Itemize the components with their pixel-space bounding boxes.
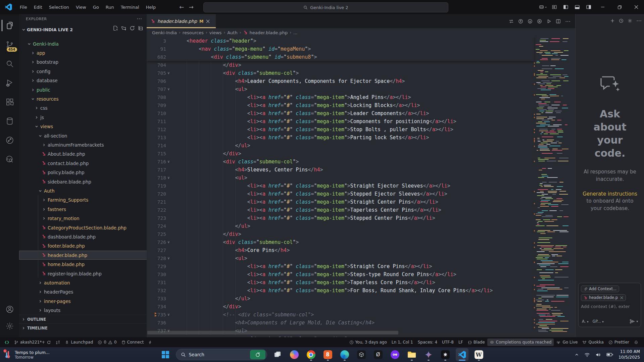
- outline-section[interactable]: OUTLINE: [19, 315, 147, 324]
- tree-folder-layouts[interactable]: layouts: [19, 306, 147, 315]
- horizontal-scrollbar[interactable]: [147, 331, 398, 334]
- code-line[interactable]: 722<li><a href="#" class="mega-item">Tap…: [147, 206, 568, 214]
- taskbar-app-task-view[interactable]: [271, 348, 284, 361]
- status-problems[interactable]: 00: [95, 339, 119, 346]
- tree-folder-aluminumframebrackets[interactable]: aluminumFramebrackets: [19, 140, 147, 149]
- breadcrumb-item[interactable]: views: [209, 30, 222, 35]
- code-line[interactable]: 733</ul>: [147, 295, 568, 303]
- account-icon[interactable]: [2, 302, 18, 317]
- explorer-icon[interactable]: [2, 18, 18, 33]
- code-line[interactable]: 717<h4>Sleeves, Center Pins</h4>: [147, 166, 568, 174]
- code-line[interactable]: 719<li><a href="#" class="mega-item">Str…: [147, 182, 568, 190]
- new-chat-icon[interactable]: [610, 17, 615, 24]
- toggle-secondary-sidebar-icon[interactable]: [584, 2, 594, 12]
- tree-folder-auth[interactable]: Auth: [19, 186, 147, 195]
- tree-folder-app[interactable]: app: [19, 48, 147, 57]
- nav-back-icon[interactable]: ←: [179, 4, 184, 10]
- tree-folder-views[interactable]: views: [19, 122, 147, 131]
- code-line[interactable]: 710<li><a href="#" class="mega-item">Lea…: [147, 109, 568, 117]
- code-line[interactable]: 720<li><a href="#" class="mega-item">Ste…: [147, 190, 568, 198]
- code-line[interactable]: 707∨<ul>: [147, 85, 568, 93]
- context-chip[interactable]: header.blade.p: [581, 294, 626, 301]
- run-below-icon[interactable]: [528, 19, 533, 24]
- status-prettier[interactable]: Prettier: [606, 339, 632, 346]
- minimize-button[interactable]: [595, 0, 610, 14]
- minimap[interactable]: [534, 37, 568, 337]
- database-icon[interactable]: [2, 113, 18, 129]
- code-line[interactable]: 731<li><a href="#" class="mega-item">Tap…: [147, 278, 568, 287]
- tree-folder-resources[interactable]: resources: [19, 94, 147, 103]
- weather-widget[interactable]: 1 Temps to plum... Tomorrow: [5, 350, 75, 360]
- taskbar-app-vscode[interactable]: [456, 348, 468, 361]
- code-line[interactable]: 738<li><a href="#" class="mega-item">: [147, 335, 568, 337]
- breadcrumb-item[interactable]: header.blade.php: [250, 30, 288, 35]
- code-line[interactable]: 730<li><a href="#" class="mega-item">Ste…: [147, 270, 568, 278]
- tree-folder-automation[interactable]: automation: [19, 278, 147, 287]
- customize-layout-icon[interactable]: [549, 2, 559, 12]
- close-button[interactable]: [629, 0, 644, 14]
- code-line[interactable]: 713<li><a href="#" class="mega-item">Par…: [147, 134, 568, 142]
- tree-file-home-blade-php[interactable]: home.blade.phpM: [19, 260, 147, 269]
- code-viewport[interactable]: 704</div>705∨<div class="submenu-col">70…: [147, 37, 568, 337]
- taskbar-app-start[interactable]: [159, 348, 172, 361]
- chat-settings-gear-icon[interactable]: [628, 17, 632, 24]
- copilot-titlebar-icon[interactable]: [538, 2, 548, 12]
- chat-input-box[interactable]: Add Context... header.blade.p Add contex…: [578, 283, 641, 327]
- code-line-sticky[interactable]: 682<div class="submenu" id="submenu8">: [147, 53, 534, 61]
- nav-forward-icon[interactable]: →: [189, 4, 194, 10]
- code-line[interactable]: 732<li><a href="#" class="mega-item">For…: [147, 287, 568, 295]
- tree-folder-headerpages[interactable]: headerPages: [19, 288, 147, 297]
- taskbar-app-copilot-app[interactable]: [288, 348, 301, 361]
- chip-close-icon[interactable]: [620, 296, 623, 299]
- status-branch[interactable]: akash221*+: [12, 339, 53, 346]
- tree-folder-fastners[interactable]: fastners: [19, 205, 147, 214]
- code-line[interactable]: 705∨<div class="submenu-col">: [147, 69, 568, 77]
- code-line[interactable]: 712<li><a href="#" class="mega-item">Sto…: [147, 125, 568, 134]
- clock[interactable]: 11:00 AM 10/5/2025: [618, 349, 640, 360]
- toggle-primary-sidebar-icon[interactable]: [561, 2, 571, 12]
- menu-terminal[interactable]: Terminal: [117, 2, 143, 12]
- tree-file-policy-blade-php[interactable]: policy.blade.php: [19, 168, 147, 177]
- tree-folder-inner-pages[interactable]: inner-pages: [19, 297, 147, 306]
- code-line[interactable]: 714</ul>: [147, 142, 568, 150]
- code-line[interactable]: 727<h4>Core Pins</h4>: [147, 246, 568, 254]
- taskbar-app-orange-app[interactable]: 8: [321, 348, 334, 361]
- run-file-icon[interactable]: [537, 19, 542, 24]
- tree-folder-public[interactable]: public: [19, 85, 147, 94]
- tree-folder-farming-supports[interactable]: Farming_Supports: [19, 196, 147, 205]
- tree-file-about-blade-php[interactable]: About.blade.php: [19, 150, 147, 159]
- status-remote-indicator[interactable]: [2, 339, 12, 346]
- menu-go[interactable]: Go: [90, 2, 102, 12]
- code-line-sticky[interactable]: 3<header class="header">: [147, 37, 534, 45]
- add-context-button[interactable]: Add Context...: [581, 286, 619, 292]
- collapse-folders-icon[interactable]: [138, 25, 143, 31]
- quokka-run-icon[interactable]: [509, 19, 514, 24]
- tray-caret-icon[interactable]: [575, 353, 579, 357]
- taskbar-search[interactable]: Search: [176, 349, 267, 360]
- code-line[interactable]: 736<h4>Components of Large Mold, Die Cas…: [147, 319, 568, 327]
- run-code-icon[interactable]: [546, 19, 551, 24]
- restore-button[interactable]: [612, 0, 627, 14]
- split-editor-icon[interactable]: [556, 19, 561, 24]
- taskbar-app-w-app[interactable]: W: [473, 348, 485, 361]
- code-line[interactable]: 721<li><a href="#" class="mega-item">Str…: [147, 198, 568, 206]
- tree-folder-genki-india[interactable]: Genki-India: [19, 39, 147, 48]
- taskbar-app-cube-app[interactable]: [355, 348, 368, 361]
- taskbar-app-star-app[interactable]: [439, 348, 452, 361]
- tree-folder-css[interactable]: css: [19, 104, 147, 113]
- status-compare-changes[interactable]: [53, 339, 62, 346]
- chat-mode-dropdown[interactable]: A. ▾: [582, 319, 589, 324]
- taskbar-app-purple-app[interactable]: [389, 348, 401, 361]
- tree-folder-rotary-motion[interactable]: rotary_motion: [19, 214, 147, 223]
- chat-send-button[interactable]: ▾: [630, 319, 638, 324]
- status-go-live[interactable]: Go Live: [554, 339, 580, 346]
- tree-file-footer-blade-php[interactable]: footer.blade.phpM: [19, 242, 147, 251]
- code-line[interactable]: 715</div>: [147, 150, 568, 158]
- status-quokka[interactable]: Quokka: [580, 339, 606, 346]
- tree-file-sidebare-blade-php[interactable]: sidebare.blade.php: [19, 177, 147, 186]
- breadcrumb-item[interactable]: resources: [183, 30, 204, 35]
- settings-gear-icon[interactable]: [2, 318, 18, 334]
- tree-file-categoryproductsection-blade-php[interactable]: CategoryProductSection.blade.phpM: [19, 223, 147, 232]
- tree-folder-all-section[interactable]: all-section: [19, 131, 147, 140]
- taskbar-app-gemini[interactable]: [422, 348, 435, 361]
